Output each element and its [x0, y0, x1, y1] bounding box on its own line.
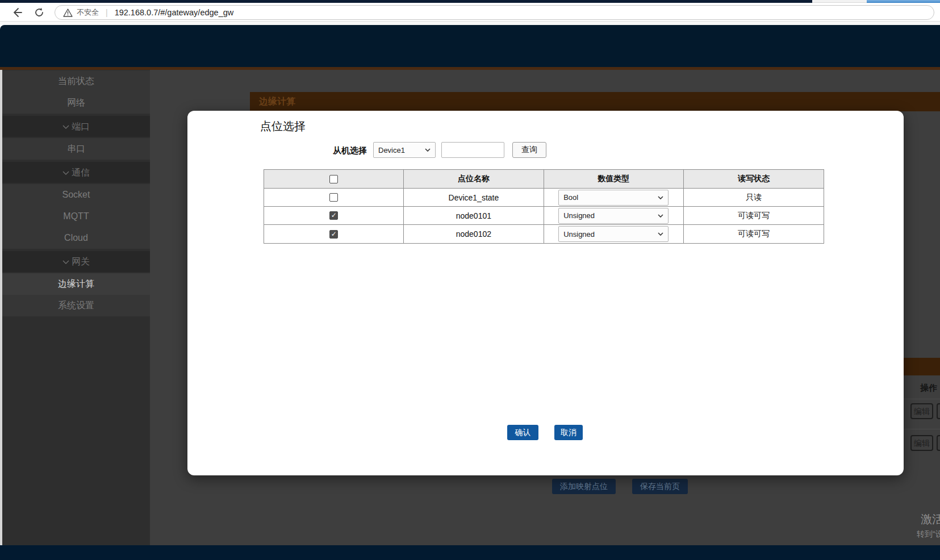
partial-button[interactable]: [937, 435, 940, 451]
refresh-icon[interactable]: [33, 6, 45, 19]
point-name: node0101: [404, 207, 544, 224]
chevron-down-icon: [62, 260, 69, 264]
chevron-down-icon: [62, 171, 69, 175]
rw-status: 只读: [684, 189, 824, 206]
address-separator: |: [106, 8, 108, 17]
sidebar-item-edge-computing[interactable]: 边缘计算: [2, 273, 150, 295]
confirm-button[interactable]: 确认: [507, 425, 538, 440]
value-type-select[interactable]: Unsigned: [558, 208, 669, 224]
select-all-checkbox[interactable]: [329, 175, 338, 183]
section-title: 边缘计算: [259, 96, 295, 108]
sidebar-item-network[interactable]: 网络: [2, 92, 150, 114]
point-selection-modal: 点位选择 从机选择 Device1 查询 点位名称 数值类型 读写状态 Devi…: [187, 111, 904, 475]
windows-activation-watermark-line2: 转到“设置”以激活 Windows。: [917, 529, 940, 540]
windows-activation-watermark-line1: 激活 Windows: [921, 512, 940, 527]
sidebar-item-current-status[interactable]: 当前状态: [2, 70, 150, 92]
point-name: node0102: [404, 225, 544, 243]
slave-device-select[interactable]: Device1: [373, 142, 436, 158]
sidebar-item-socket[interactable]: Socket: [2, 184, 150, 206]
header-value-type: 数值类型: [544, 170, 684, 188]
sidebar-item-cloud[interactable]: Cloud: [2, 227, 150, 249]
value-type-select[interactable]: Bool: [558, 190, 669, 206]
add-mapping-point-button[interactable]: 添加映射点位: [552, 479, 616, 494]
row-divider: [904, 429, 940, 429]
bottom-navy-strip: [0, 545, 940, 560]
rw-status: 可读可写: [684, 225, 824, 243]
table-header-row: 点位名称 数值类型 读写状态: [264, 170, 824, 189]
security-label: 不安全: [77, 7, 99, 18]
point-search-input[interactable]: [441, 142, 504, 158]
sidebar-group-port[interactable]: 端口: [2, 116, 150, 137]
table-row: Device1_state Bool 只读: [264, 189, 824, 207]
screen: 不安全 | 192.168.0.7/#/gateway/edge_gw 当前状态…: [0, 0, 940, 560]
sidebar-item-system-settings[interactable]: 系统设置: [2, 295, 150, 316]
section-header-edge-computing: 边缘计算: [250, 92, 940, 111]
partial-button[interactable]: [937, 403, 940, 419]
back-icon[interactable]: [10, 6, 23, 19]
point-name: Device1_state: [404, 189, 544, 206]
points-table: 点位名称 数值类型 读写状态 Device1_state Bool 只读 nod…: [264, 169, 824, 244]
sidebar-item-serial[interactable]: 串口: [2, 138, 150, 160]
table-row: node0102 Unsigned 可读可写: [264, 225, 824, 243]
rw-status: 可读可写: [684, 207, 824, 224]
row-checkbox[interactable]: [329, 211, 338, 220]
save-current-page-button[interactable]: 保存当前页: [632, 479, 688, 494]
header-rw-status: 读写状态: [684, 170, 824, 188]
row-checkbox[interactable]: [329, 193, 338, 202]
edit-button[interactable]: 编辑: [910, 403, 933, 419]
operation-column-header: 操作: [920, 383, 937, 394]
sidebar-group-gateway[interactable]: 网关: [2, 251, 150, 272]
header-checkbox-cell: [264, 170, 404, 188]
not-secure-warning-icon: [63, 9, 73, 17]
slave-select-label: 从机选择: [333, 145, 370, 156]
url-text[interactable]: 192.168.0.7/#/gateway/edge_gw: [115, 8, 234, 17]
app-header-band: [0, 25, 940, 67]
browser-toolbar: 不安全 | 192.168.0.7/#/gateway/edge_gw: [0, 3, 940, 22]
chevron-down-icon: [658, 232, 663, 236]
chevron-down-icon: [425, 148, 431, 152]
row-divider: [904, 399, 940, 399]
chevron-down-icon: [658, 214, 663, 218]
query-button[interactable]: 查询: [512, 142, 546, 158]
sidebar: 当前状态 网络 端口 串口 通信 Socket MQTT Cloud 网关 边缘…: [2, 70, 150, 545]
chevron-down-icon: [62, 125, 69, 129]
sidebar-group-communication[interactable]: 通信: [2, 162, 150, 183]
value-type-select[interactable]: Unsigned: [558, 226, 669, 242]
sidebar-item-mqtt[interactable]: MQTT: [2, 206, 150, 227]
cancel-button[interactable]: 取消: [554, 425, 583, 440]
header-point-name: 点位名称: [404, 170, 544, 188]
address-bar[interactable]: 不安全 | 192.168.0.7/#/gateway/edge_gw: [55, 5, 934, 20]
row-checkbox[interactable]: [329, 230, 338, 239]
table-row: node0101 Unsigned 可读可写: [264, 207, 824, 225]
chevron-down-icon: [658, 196, 663, 199]
edit-button[interactable]: 编辑: [910, 435, 933, 451]
slave-select-value: Device1: [378, 146, 405, 154]
modal-title: 点位选择: [260, 119, 306, 134]
